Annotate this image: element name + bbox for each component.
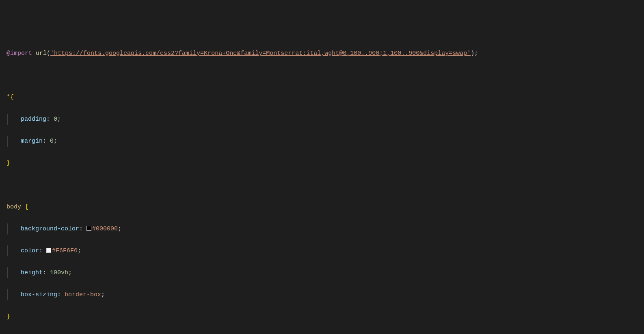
brace-open: { xyxy=(10,94,14,101)
property: color xyxy=(21,247,39,254)
function-name: url xyxy=(36,50,47,57)
colon: : xyxy=(46,116,54,123)
semicolon: ; xyxy=(68,269,72,276)
value: 0 xyxy=(50,138,54,145)
color-swatch-icon[interactable] xyxy=(86,226,91,231)
paren-open: ( xyxy=(47,50,50,57)
blank-line xyxy=(6,70,638,81)
colon: : xyxy=(57,291,65,298)
code-line[interactable]: box-sizing: border-box; xyxy=(6,289,638,300)
semicolon: ; xyxy=(54,138,57,145)
value: 100vh xyxy=(50,269,68,276)
color-swatch-icon[interactable] xyxy=(46,248,51,253)
paren-close: ) xyxy=(471,50,474,57)
selector: body xyxy=(6,204,25,210)
brace-close: } xyxy=(6,160,10,167)
brace-open: { xyxy=(25,204,28,210)
property: margin xyxy=(21,138,43,145)
brace-close: } xyxy=(6,313,10,320)
colon: : xyxy=(79,226,86,232)
semicolon: ; xyxy=(78,247,81,254)
code-line[interactable]: *{ xyxy=(6,92,638,103)
code-line[interactable]: } xyxy=(6,158,638,169)
value: border-box xyxy=(65,291,101,298)
colon: : xyxy=(39,247,46,254)
semicolon: ; xyxy=(474,50,478,57)
colon: : xyxy=(43,138,50,145)
code-line[interactable]: padding: 0; xyxy=(6,114,638,125)
at-rule-keyword: @import xyxy=(6,50,32,57)
semicolon: ; xyxy=(118,226,121,232)
property: height xyxy=(21,269,43,276)
property: background-color xyxy=(21,226,79,232)
code-line[interactable]: height: 100vh; xyxy=(6,267,638,278)
semicolon: ; xyxy=(101,291,105,298)
code-line[interactable]: } xyxy=(6,311,638,322)
property: box-sizing xyxy=(21,291,57,298)
code-line[interactable]: @import url('https://fonts.googleapis.co… xyxy=(6,48,638,59)
code-line[interactable]: color: #F6F6F6; xyxy=(6,245,638,256)
value: 0 xyxy=(54,116,57,123)
blank-line xyxy=(6,180,638,191)
code-line[interactable]: margin: 0; xyxy=(6,136,638,147)
property: padding xyxy=(21,116,46,123)
value: #F6F6F6 xyxy=(52,247,78,254)
url-string: 'https://fonts.googleapis.com/css2?famil… xyxy=(50,50,471,57)
value: #000000 xyxy=(92,226,118,232)
code-line[interactable]: background-color: #000000; xyxy=(6,223,638,234)
selector: * xyxy=(6,94,10,101)
code-line[interactable]: body { xyxy=(6,202,638,213)
colon: : xyxy=(43,269,50,276)
semicolon: ; xyxy=(57,116,61,123)
